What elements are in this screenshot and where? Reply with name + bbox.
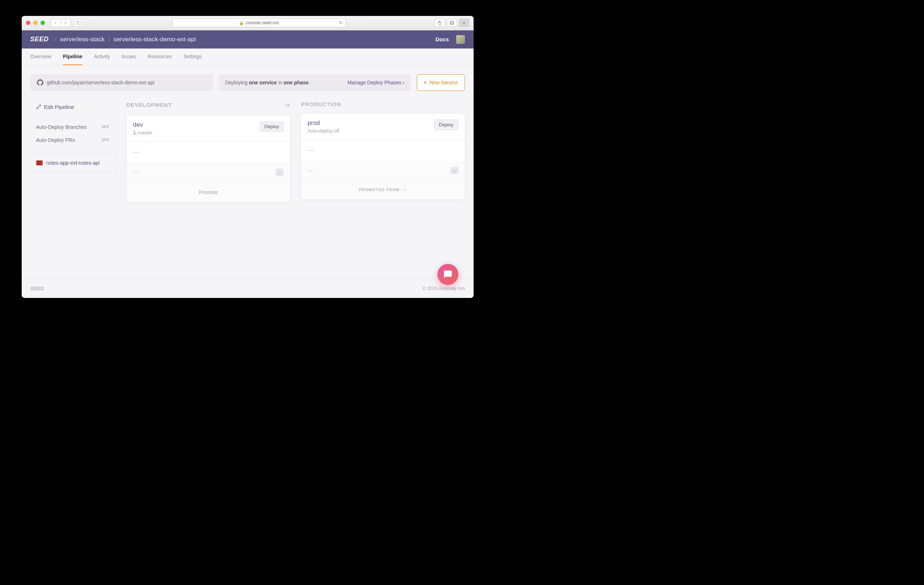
back-button[interactable]: ‹	[51, 19, 61, 27]
breadcrumb-separator: /	[108, 36, 110, 43]
footer: SEED © 2020 Anomaly Inn	[22, 279, 474, 298]
tab-overview[interactable]: Overview	[30, 48, 51, 65]
breadcrumb-org[interactable]: serverless-stack	[60, 36, 104, 43]
tab-issues[interactable]: Issues	[122, 48, 136, 65]
promote-button[interactable]: Promote	[127, 182, 290, 202]
tabs: Overview Pipeline Activity Issues Resour…	[22, 48, 474, 66]
traffic-lights	[26, 21, 45, 25]
expand-button[interactable]: ⌄	[276, 169, 284, 176]
pipeline-sidebar: Edit Pipeline Auto-Deploy Branches OFF A…	[30, 98, 116, 202]
env-title[interactable]: dev	[133, 121, 153, 129]
repo-box[interactable]: github.com/jayair/serverless-stack-demo-…	[30, 74, 213, 91]
minimize-window-icon[interactable]	[33, 21, 38, 25]
url-bar[interactable]: 🔒 console.seed.run ↻	[172, 18, 346, 27]
arrow-right-icon: ➔	[285, 101, 290, 109]
chevron-down-icon: ⌄	[452, 168, 456, 173]
manage-deploy-phases-link[interactable]: Manage Deploy Phases ›	[347, 79, 404, 86]
app-header: SEED › serverless-stack / serverless-sta…	[22, 30, 474, 48]
info-row: github.com/jayair/serverless-stack-demo-…	[30, 74, 465, 91]
github-icon	[37, 79, 43, 86]
stage-production: PRODUCTION prod Auto-deploy off Deploy —	[301, 101, 465, 202]
stage-label: DEVELOPMENT	[127, 102, 172, 108]
svg-rect-4	[451, 21, 454, 24]
env-card-dev: dev master Deploy —	[127, 116, 290, 202]
chevron-down-icon: ⌄	[278, 170, 282, 175]
promoted-from-label: PROMOTED FROM: —	[301, 180, 465, 199]
chevron-right-icon: ›	[54, 36, 57, 43]
svg-rect-0	[76, 21, 81, 25]
deploy-info-box: Deploying one service in one phase. Mana…	[218, 74, 411, 91]
env-body: —	[127, 142, 290, 162]
branch-icon	[133, 131, 137, 135]
new-service-button[interactable]: + New Service	[417, 74, 465, 91]
serverless-icon	[36, 160, 43, 165]
deploy-button[interactable]: Deploy	[260, 121, 284, 132]
docs-link[interactable]: Docs	[436, 36, 449, 42]
stages: DEVELOPMENT ➔ dev master	[116, 98, 465, 202]
close-window-icon[interactable]	[26, 21, 30, 25]
env-subtitle: Auto-deploy off	[307, 128, 339, 134]
browser-chrome: ‹ › 🔒 console.seed.run ↻ +	[22, 16, 474, 30]
main-grid: Edit Pipeline Auto-Deploy Branches OFF A…	[30, 98, 465, 202]
refresh-icon[interactable]: ↻	[339, 20, 343, 25]
copyright: © 2020 Anomaly Inn	[422, 286, 465, 291]
lock-icon: 🔒	[239, 21, 244, 25]
avatar[interactable]	[456, 35, 465, 44]
stage-label: PRODUCTION	[301, 101, 341, 107]
off-badge: OFF	[102, 125, 110, 129]
env-body: —	[301, 140, 465, 161]
url-text: console.seed.run	[246, 20, 279, 25]
pencil-icon	[36, 104, 41, 109]
content: github.com/jayair/serverless-stack-demo-…	[22, 66, 474, 279]
breadcrumb: › serverless-stack / serverless-stack-de…	[54, 36, 196, 43]
plus-icon: +	[424, 79, 427, 86]
svg-rect-3	[450, 22, 453, 25]
share-button[interactable]	[434, 19, 445, 27]
service-item[interactable]: notes-app-ext-notes-api	[30, 154, 116, 173]
expand-button[interactable]: ⌄	[450, 167, 459, 174]
env-branch: master	[133, 130, 153, 136]
new-tab-button[interactable]: +	[459, 19, 469, 27]
env-title[interactable]: prod	[307, 119, 339, 127]
tabs-button[interactable]	[447, 19, 457, 27]
forward-button[interactable]: ›	[61, 19, 71, 27]
chat-button[interactable]	[437, 264, 459, 285]
env-section: — ⌄	[127, 162, 290, 182]
tab-activity[interactable]: Activity	[94, 48, 110, 65]
tab-pipeline[interactable]: Pipeline	[63, 48, 82, 65]
deploy-text: Deploying one service in one phase.	[225, 79, 310, 86]
deploy-button[interactable]: Deploy	[434, 119, 458, 130]
chat-icon	[443, 270, 452, 279]
sidebar-toggle-button[interactable]	[74, 19, 84, 27]
stage-development: DEVELOPMENT ➔ dev master	[127, 101, 290, 202]
auto-deploy-branches-toggle[interactable]: Auto-Deploy Branches OFF	[36, 121, 110, 134]
auto-deploy-prs-toggle[interactable]: Auto-Deploy PRs OFF	[36, 134, 110, 147]
footer-logo[interactable]: SEED	[30, 286, 44, 291]
maximize-window-icon[interactable]	[41, 21, 45, 25]
tab-resources[interactable]: Resources	[148, 48, 172, 65]
breadcrumb-project[interactable]: serverless-stack-demo-ext-api	[114, 36, 196, 43]
chevron-right-icon: ›	[403, 79, 404, 86]
repo-url: github.com/jayair/serverless-stack-demo-…	[47, 79, 155, 86]
edit-pipeline-link[interactable]: Edit Pipeline	[36, 104, 110, 116]
env-section: — ⌄	[301, 161, 465, 180]
browser-window: ‹ › 🔒 console.seed.run ↻ + SEED › server…	[22, 16, 474, 298]
off-badge: OFF	[102, 138, 110, 142]
logo[interactable]: SEED	[30, 35, 49, 43]
env-card-prod: prod Auto-deploy off Deploy — — ⌄	[301, 114, 465, 199]
tab-settings[interactable]: Settings	[183, 48, 202, 65]
nav-group: ‹ ›	[51, 19, 71, 27]
